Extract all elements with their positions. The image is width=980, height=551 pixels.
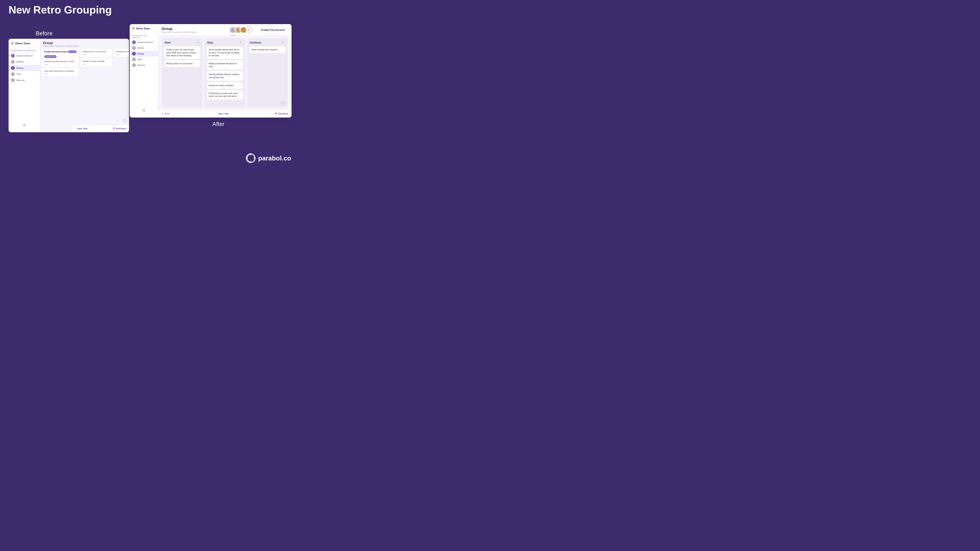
start-column-title: Start <box>165 41 171 44</box>
before-label: Before <box>36 30 52 37</box>
page-title: New Retro Grouping <box>9 4 112 16</box>
timer-button[interactable]: ⏱ Timer <box>162 113 169 115</box>
after-section-label: RETROSPECTIVE MEETING <box>130 33 158 40</box>
after-flag-icon: 🚩 <box>275 113 277 115</box>
after-arrow-right-icon: → <box>216 113 218 115</box>
sidebar-item-discuss[interactable]: 5 Discuss <box>9 77 40 83</box>
continue-column-title: Continue <box>250 41 261 44</box>
after-nav-badge-1: 1 <box>132 40 136 44</box>
after-title-block: Group Drag cards to group by common topi… <box>162 27 197 33</box>
after-nav-badge-5: 5 <box>132 63 136 67</box>
after-nav-label-5: Discuss <box>137 64 145 66</box>
hamburger-icon[interactable]: ☰ <box>11 41 14 45</box>
before-group-header: People Decisions Interns 3 Cards <box>44 51 76 53</box>
continue-column: Continue + Team retreats every quarter ? <box>247 38 288 107</box>
add-continue-card-button[interactable]: + <box>281 40 285 45</box>
sidebar-item-reflect[interactable]: 2 Reflect <box>9 59 40 65</box>
avatar-lion: 🦁 <box>240 27 247 33</box>
before-group-card: People Decisions Interns 3 Cards Finance… <box>42 49 79 67</box>
sidebar-item-group[interactable]: 3 Group <box>9 65 40 71</box>
before-main: Group Drag cards to group by common topi… <box>40 39 129 132</box>
before-main-title: Group <box>43 41 126 45</box>
after-hamburger-icon[interactable]: ☰ <box>132 27 135 30</box>
after-sidebar-item-2[interactable]: 2 Reflect <box>130 45 158 51</box>
stop-column-header: Stop + <box>205 38 245 46</box>
stop-card-3: Having debates that go nowhere over grou… <box>207 71 243 81</box>
gear-icon[interactable]: ⚙ <box>23 123 26 127</box>
after-next-vote-label: Next: Vote <box>219 113 229 115</box>
svg-point-2 <box>247 157 248 159</box>
start-card-2: Writing down our processes <box>164 60 200 67</box>
sidebar-item-social-checkin[interactable]: 1 Social Check-In <box>9 52 40 59</box>
before-meetings-card: Having so many meetings Stop <box>80 58 112 67</box>
brand-area: parabol.co <box>246 153 291 163</box>
after-nav-label-1: Social Check-In <box>137 41 153 43</box>
before-card-label-5: Stop <box>116 54 129 56</box>
after-main-title: Group <box>162 27 197 31</box>
after-sidebar-item-4[interactable]: 4 Vote <box>130 57 158 62</box>
nav-label-1: Social Check-In <box>16 54 33 57</box>
nav-badge-1: 1 <box>11 54 15 57</box>
nav-badge-5: 5 <box>11 78 15 82</box>
after-sidebar-item-1[interactable]: 1 Social Check-In <box>130 40 158 45</box>
continue-card-1: Team retreats every quarter <box>249 46 286 53</box>
cards-badge: 3 Cards <box>68 51 76 53</box>
finance-fred-badge: Finance Fred <box>44 55 57 58</box>
before-start-card: Start automating tests in codebase Start <box>42 68 79 76</box>
svg-point-5 <box>232 29 234 30</box>
nav-label-2: Reflect <box>16 60 24 63</box>
before-card-label-1: Stop <box>44 64 76 65</box>
stop-column-title: Stop <box>207 41 213 44</box>
start-column-header: Start + <box>162 38 202 46</box>
nav-label-5: Discuss <box>16 79 24 81</box>
add-start-card-button[interactable]: + <box>196 40 200 45</box>
stop-card-1: Some people always take all the air time… <box>207 46 243 59</box>
before-card-label-4: Stop <box>82 63 110 65</box>
timer-label: Timer <box>164 113 169 115</box>
brand-name: parabol.co <box>258 154 291 162</box>
nav-badge-3: 3 <box>11 66 15 70</box>
before-bottom-bar: → Next: Vote 🚩 End Demo <box>72 125 129 132</box>
before-sidebar: ☰ Demo Team RETROSPECTIVE MEETING 1 Soci… <box>9 39 40 132</box>
before-team-name: Demo Team <box>15 42 30 45</box>
arrow-right-icon: → <box>75 127 77 130</box>
after-next-vote-button[interactable]: → Next: Vote <box>216 113 229 115</box>
before-group-title: People Decisions Interns <box>44 51 68 53</box>
after-nav-label-4: Vote <box>137 58 142 60</box>
end-demo-button[interactable]: 🚩 End Demo <box>113 127 126 130</box>
before-panel: ☰ Demo Team RETROSPECTIVE MEETING 1 Soci… <box>9 39 129 132</box>
flag-icon: 🚩 <box>113 127 115 130</box>
before-column-partial: Prioritizing so much we can't get it all… <box>113 49 129 130</box>
after-main-subtitle: Drag cards to group by common topics <box>162 31 197 33</box>
after-header-right: Facilitator 🦌 🦁 + Create Free Account <box>229 27 288 33</box>
before-card-text-3: Writing down our processes <box>82 51 110 53</box>
stop-card-2: Making important decisions in chat <box>207 60 243 70</box>
after-nav-badge-4: 4 <box>132 57 136 61</box>
after-sidebar-item-3[interactable]: 3 Group <box>130 51 158 57</box>
start-card-1: I'd like to give our interns and junior … <box>164 46 200 59</box>
timer-icon: ⏱ <box>162 113 164 115</box>
next-vote-label: Next: Vote <box>78 127 88 130</box>
parabol-logo-icon <box>246 153 256 163</box>
after-gear-icon[interactable]: ⚙ <box>142 108 146 113</box>
nav-badge-4: 4 <box>11 72 15 76</box>
avatar-group: Facilitator 🦌 🦁 + <box>229 27 252 33</box>
after-nav-label-2: Reflect <box>137 47 144 49</box>
sidebar-item-vote[interactable]: 4 Vote <box>9 71 40 77</box>
before-section-label: RETROSPECTIVE MEETING <box>9 48 40 52</box>
help-icon[interactable]: ? <box>123 119 127 123</box>
after-sidebar-item-5[interactable]: 5 Discuss <box>130 62 158 68</box>
after-end-demo-button[interactable]: 🚩 End Demo <box>275 113 288 115</box>
after-panel: ☰ Demo Team RETROSPECTIVE MEETING 1 Soci… <box>130 24 291 118</box>
create-account-button[interactable]: Create Free Account <box>258 27 288 33</box>
stop-card-5: Prioritizing so much work every sprint, … <box>207 90 243 100</box>
after-sidebar: ☰ Demo Team RETROSPECTIVE MEETING 1 Soci… <box>130 24 158 118</box>
help-icon-after[interactable]: ? <box>281 101 286 106</box>
after-sidebar-header: ☰ Demo Team <box>130 27 158 33</box>
add-stop-card-button[interactable]: + <box>238 40 243 45</box>
online-dot-lion <box>244 31 247 33</box>
next-vote-button[interactable]: → Next: Vote <box>75 127 88 130</box>
after-nav-badge-2: 2 <box>132 46 136 50</box>
continue-column-header: Continue + <box>247 38 288 46</box>
after-header: Group Drag cards to group by common topi… <box>158 24 291 36</box>
